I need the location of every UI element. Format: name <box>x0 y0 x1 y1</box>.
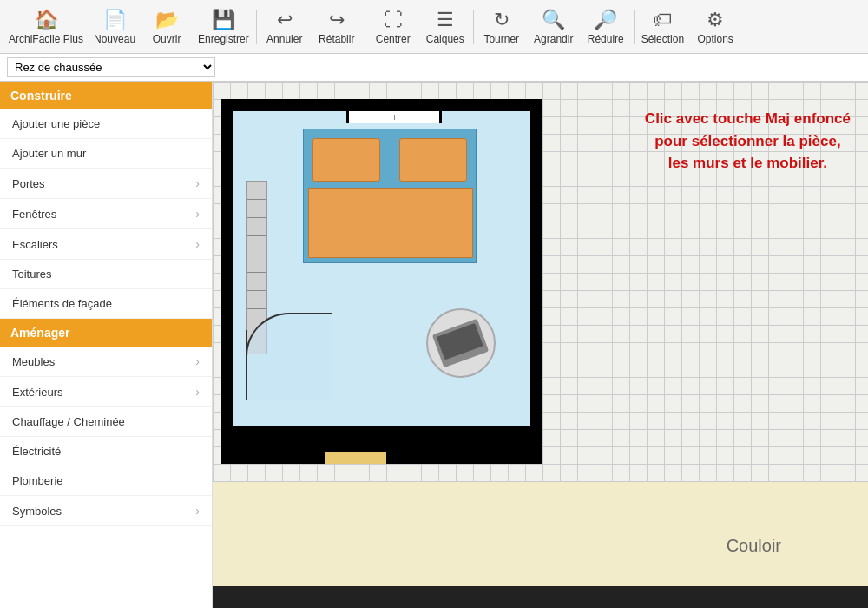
annuler-icon: ↩ <box>277 9 293 31</box>
corridor-background <box>213 482 868 586</box>
toolbar-item-reduire[interactable]: 🔎 Réduire <box>580 3 632 51</box>
sidebar-item-toitures[interactable]: Toitures <box>0 260 212 289</box>
annuler-label: Annuler <box>266 33 302 45</box>
toolbar-item-agrandir[interactable]: 🔍 Agrandir <box>528 3 580 51</box>
options-icon: ⚙ <box>707 9 724 31</box>
toolbar-item-retablir[interactable]: ↪ Rétablir <box>311 3 363 51</box>
sidebar-item-exterieurs[interactable]: Extérieurs› <box>0 377 212 407</box>
toolbar-separator <box>473 10 474 44</box>
reduire-icon: 🔎 <box>594 9 617 31</box>
room-outer-wall <box>221 99 542 438</box>
bed <box>303 129 477 263</box>
calques-icon: ☰ <box>437 9 454 31</box>
ouvrir-icon: 📂 <box>155 9 179 31</box>
nouveau-label: Nouveau <box>94 33 135 45</box>
door-arc-inner <box>246 313 332 400</box>
sidebar-item-meubles[interactable]: Meubles› <box>0 347 212 377</box>
window-top <box>346 111 442 123</box>
centrer-label: Centrer <box>376 33 411 45</box>
sidebar: ConstruireAjouter une pièceAjouter un mu… <box>0 82 213 608</box>
sidebar-item-label-exterieurs: Extérieurs <box>12 386 63 399</box>
door-opening <box>326 452 386 464</box>
toolbar: 🏠 ArchiFacile Plus 📄 Nouveau 📂 Ouvrir 💾 … <box>0 0 868 54</box>
floorplan <box>221 99 551 464</box>
toolbar-separator <box>634 10 635 44</box>
nouveau-icon: 📄 <box>103 9 127 31</box>
sidebar-item-label-toitures: Toitures <box>12 268 52 281</box>
retablir-icon: ↪ <box>329 9 345 31</box>
sidebar-item-label-symboles: Symboles <box>12 505 62 518</box>
toolbar-item-selection[interactable]: 🏷 Sélection <box>636 3 689 51</box>
selection-label: Sélection <box>641 33 684 45</box>
sidebar-arrow-fenetres: › <box>195 207 200 221</box>
sidebar-item-escaliers[interactable]: Escaliers› <box>0 229 212 260</box>
sidebar-item-label-fenetres: Fenêtres <box>12 208 56 221</box>
retablir-label: Rétablir <box>319 33 354 45</box>
sidebar-arrow-meubles: › <box>195 354 200 368</box>
sidebar-item-symboles[interactable]: Symboles› <box>0 496 212 526</box>
sidebar-item-portes[interactable]: Portes› <box>0 169 212 199</box>
sidebar-arrow-escaliers: › <box>195 237 200 251</box>
door-arc <box>246 313 332 400</box>
sidebar-item-fenetres[interactable]: Fenêtres› <box>0 199 212 229</box>
sidebar-item-label-chauffage: Chauffage / Cheminée <box>12 415 125 428</box>
sidebar-arrow-exterieurs: › <box>195 385 200 399</box>
main-layout: ConstruireAjouter une pièceAjouter un mu… <box>0 82 868 608</box>
toolbar-item-centrer[interactable]: ⛶ Centrer <box>367 3 419 51</box>
sidebar-item-label-meubles: Meubles <box>12 355 55 368</box>
toolbar-item-annuler[interactable]: ↩ Annuler <box>259 3 311 51</box>
reduire-label: Réduire <box>588 33 624 45</box>
floor-selector: Rez de chaussée1er étage2ème étage <box>0 54 868 82</box>
selection-icon: 🏷 <box>653 9 672 31</box>
tooltip-text: Clic avec touche Maj enfoncépour sélecti… <box>645 108 851 175</box>
enregistrer-icon: 💾 <box>212 9 235 31</box>
calques-label: Calques <box>426 33 464 45</box>
enregistrer-label: Enregistrer <box>198 33 249 45</box>
blanket <box>308 188 473 258</box>
ouvrir-label: Ouvrir <box>153 33 181 45</box>
toolbar-separator <box>365 10 365 44</box>
tourner-icon: ↻ <box>494 9 510 31</box>
archifacile-icon: 🏠 <box>35 9 58 31</box>
sidebar-arrow-symboles: › <box>195 504 200 518</box>
toolbar-item-tourner[interactable]: ↻ Tourner <box>476 3 528 51</box>
options-label: Options <box>697 33 733 45</box>
sidebar-item-ajouter-piece[interactable]: Ajouter une pièce <box>0 109 212 139</box>
tourner-label: Tourner <box>483 33 519 45</box>
sidebar-section-amenager: Aménager <box>0 319 212 347</box>
archifacile-label: ArchiFacile Plus <box>9 33 83 45</box>
sidebar-item-elements-facade[interactable]: Éléments de façade <box>0 289 212 319</box>
sidebar-arrow-portes: › <box>195 176 200 190</box>
pillow-right <box>399 138 467 182</box>
sidebar-item-plomberie[interactable]: Plomberie <box>0 466 212 496</box>
canvas-area[interactable]: Clic avec touche Maj enfoncépour sélecti… <box>213 82 868 608</box>
sidebar-item-label-portes: Portes <box>12 177 45 190</box>
agrandir-icon: 🔍 <box>542 9 565 31</box>
toolbar-item-archifacile[interactable]: 🏠 ArchiFacile Plus <box>3 3 89 51</box>
toolbar-item-enregistrer[interactable]: 💾 Enregistrer <box>193 3 254 51</box>
couloir-label: Couloir <box>727 536 781 556</box>
sidebar-item-label-elements-facade: Éléments de façade <box>12 297 112 310</box>
sidebar-item-ajouter-mur[interactable]: Ajouter un mur <box>0 139 212 169</box>
pillow-left <box>312 138 380 182</box>
bottom-bar <box>213 586 868 608</box>
toolbar-item-nouveau[interactable]: 📄 Nouveau <box>89 3 141 51</box>
centrer-icon: ⛶ <box>384 9 403 31</box>
sidebar-item-label-escaliers: Escaliers <box>12 238 58 251</box>
corridor-wall <box>221 438 542 464</box>
sidebar-item-chauffage[interactable]: Chauffage / Cheminée <box>0 407 212 437</box>
toolbar-item-calques[interactable]: ☰ Calques <box>419 3 471 51</box>
toolbar-separator <box>256 10 257 44</box>
door-line <box>246 330 247 400</box>
sidebar-item-label-ajouter-piece: Ajouter une pièce <box>12 117 100 130</box>
toolbar-item-options[interactable]: ⚙ Options <box>689 3 741 51</box>
sidebar-item-label-electricite: Électricité <box>12 445 61 458</box>
sidebar-item-label-plomberie: Plomberie <box>12 474 63 487</box>
floor-select[interactable]: Rez de chaussée1er étage2ème étage <box>7 57 215 77</box>
agrandir-label: Agrandir <box>534 33 573 45</box>
sidebar-item-electricite[interactable]: Électricité <box>0 437 212 466</box>
room-inner <box>233 111 530 426</box>
sidebar-item-label-ajouter-mur: Ajouter un mur <box>12 147 86 160</box>
toolbar-item-ouvrir[interactable]: 📂 Ouvrir <box>141 3 193 51</box>
sidebar-section-construire: Construire <box>0 82 212 109</box>
